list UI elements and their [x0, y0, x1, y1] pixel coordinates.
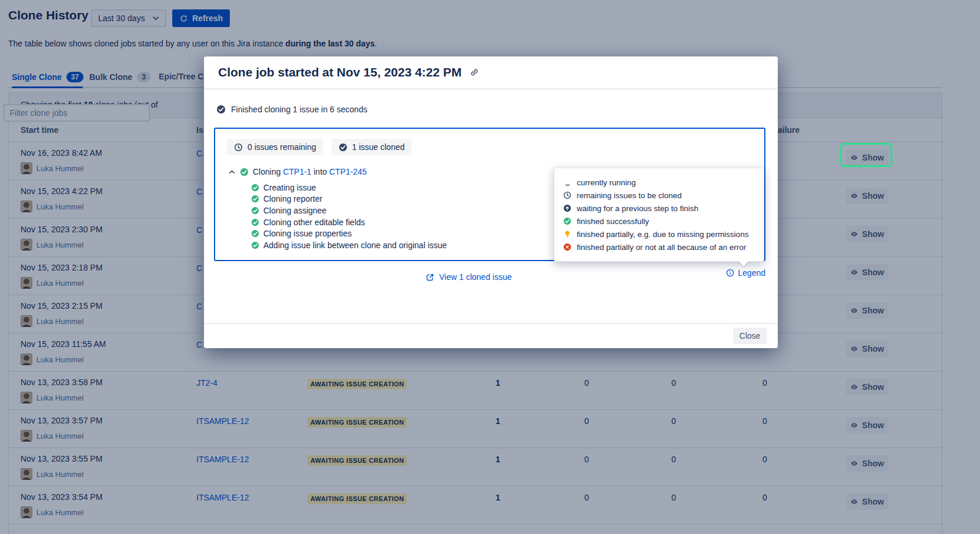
clone-history-page: Clone History Last 30 days Refresh The t…	[0, 0, 980, 534]
link-icon[interactable]	[470, 68, 479, 77]
check-circle-green-icon	[251, 241, 259, 249]
legend-link[interactable]: Legend	[726, 268, 765, 278]
legend-item-label: waiting for a previous step to finish	[577, 204, 698, 213]
tree-step: Adding issue link between clone and orig…	[228, 239, 447, 251]
progress-badge: 1 issue cloned	[332, 139, 412, 155]
modal-status-text: Finished cloning 1 issue in 6 seconds	[231, 105, 367, 114]
modal-title: Clone job started at Nov 15, 2023 4:22 P…	[218, 65, 461, 79]
tree-root-label: Cloning CTP1-1 into CTP1-245	[253, 167, 367, 176]
check-circle-green-icon	[251, 218, 259, 226]
modal-footer-divider	[204, 323, 778, 324]
tree-step-label: Cloning reporter	[263, 194, 322, 203]
tree-step-label: Cloning assignee	[263, 206, 326, 215]
arrow-up-circle-icon	[563, 204, 571, 212]
check-circle-green-icon	[563, 217, 571, 225]
clone-job-modal: Clone job started at Nov 15, 2023 4:22 P…	[204, 56, 778, 348]
clock-icon	[563, 191, 571, 199]
legend-item-label: currently running	[577, 178, 636, 187]
check-circle-green-icon	[251, 195, 259, 203]
badge-label: 1 issue cloned	[352, 142, 405, 152]
issue-link-source[interactable]: CTP1-1	[283, 167, 311, 176]
external-link-icon	[426, 273, 434, 282]
clock-icon	[234, 143, 243, 152]
info-icon	[726, 269, 734, 277]
bulb-icon	[563, 230, 571, 238]
legend-item-label: finished partially, e.g. due to missing …	[577, 230, 748, 239]
legend-item-label: remaining issues to be cloned	[577, 191, 682, 200]
legend-item: currently running	[563, 176, 755, 189]
tree-step: Cloning reporter	[228, 193, 447, 205]
check-circle-green-icon	[251, 229, 259, 238]
legend-item: finished successfully	[563, 215, 755, 228]
tree-step: Cloning other editable fields	[228, 216, 447, 228]
view-cloned-issue-link[interactable]: View 1 cloned issue	[426, 272, 511, 282]
modal-header-divider	[204, 88, 778, 89]
legend-item: finished partially, e.g. due to missing …	[563, 228, 755, 241]
tree-step: Cloning issue properties	[228, 228, 447, 239]
modal-status-line: Finished cloning 1 issue in 6 seconds	[216, 105, 367, 114]
clone-progress-tree: Cloning CTP1-1 into CTP1-245 Creating is…	[228, 166, 447, 251]
legend-item: waiting for a previous step to finish	[563, 202, 755, 215]
check-circle-dark-icon	[216, 105, 226, 114]
tree-root-row: Cloning CTP1-1 into CTP1-245	[228, 166, 447, 178]
legend-item: remaining issues to be cloned	[563, 189, 755, 202]
issue-link-clone[interactable]: CTP1-245	[329, 167, 367, 176]
focus-highlight-ring	[840, 143, 892, 167]
badge-label: 0 issues remaining	[247, 142, 316, 152]
check-circle-green-icon	[251, 206, 259, 215]
progress-badges: 0 issues remaining1 issue cloned	[227, 139, 412, 155]
error-circle-icon	[563, 243, 571, 251]
legend-popup: currently runningremaining issues to be …	[554, 168, 764, 262]
tree-step-label: Cloning other editable fields	[263, 218, 365, 227]
progress-badge: 0 issues remaining	[227, 139, 323, 155]
legend-item-label: finished successfully	[577, 217, 649, 226]
tree-step: Creating issue	[228, 182, 447, 193]
check-circle-dark-icon	[339, 143, 347, 152]
spinner-icon	[564, 179, 571, 186]
close-button[interactable]: Close	[733, 328, 767, 344]
check-circle-green-icon	[251, 183, 259, 192]
check-circle-green-icon	[240, 168, 249, 176]
modal-header: Clone job started at Nov 15, 2023 4:22 P…	[218, 56, 764, 88]
tree-step-label: Cloning issue properties	[263, 229, 352, 238]
chevron-up-icon[interactable]	[228, 168, 236, 176]
tree-step-label: Adding issue link between clone and orig…	[263, 241, 447, 250]
tree-step: Cloning assignee	[228, 205, 447, 216]
tree-steps: Creating issueCloning reporterCloning as…	[228, 182, 447, 251]
legend-items: currently runningremaining issues to be …	[563, 176, 755, 253]
legend-item: finished partially or not at all because…	[563, 241, 755, 253]
legend-item-label: finished partially or not at all because…	[577, 243, 746, 252]
tree-step-label: Creating issue	[263, 183, 316, 192]
